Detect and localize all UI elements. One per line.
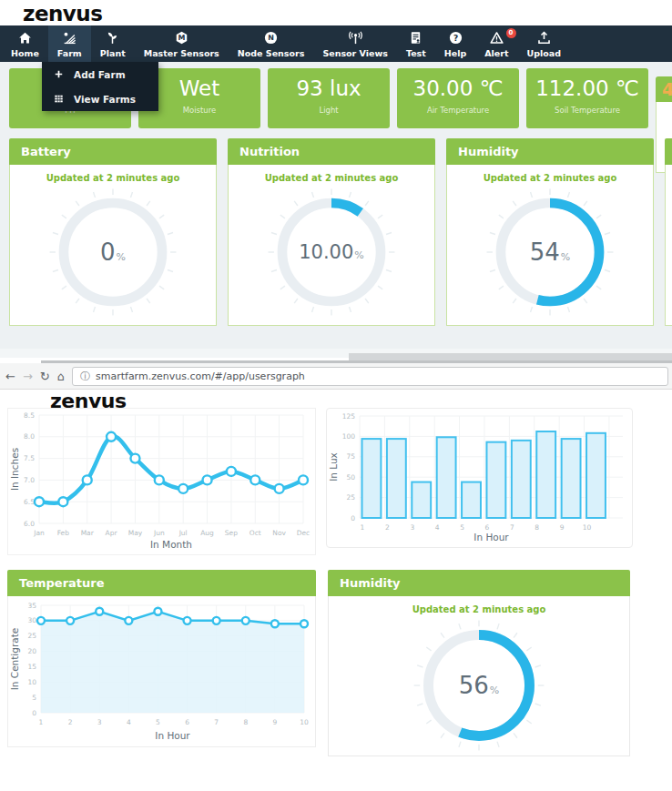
- svg-text:50: 50: [346, 473, 355, 482]
- svg-text:5: 5: [156, 718, 160, 726]
- zenvus-logo-top: zenvus: [23, 2, 102, 25]
- nav-item-label: Upload: [527, 48, 562, 58]
- alert-badge: 0: [506, 28, 516, 38]
- svg-text:9: 9: [560, 523, 565, 532]
- screenshot-root: zenvus HomeFarmPlantMMaster SensorsNNode…: [0, 0, 672, 791]
- svg-text:7: 7: [510, 523, 514, 532]
- partial-stat-header: 4: [656, 76, 672, 102]
- partial-gauge-card: [665, 138, 672, 326]
- menu-item-label: Add Farm: [74, 69, 126, 80]
- svg-text:15: 15: [27, 663, 36, 671]
- svg-text:5: 5: [460, 523, 464, 532]
- browser-home-button[interactable]: ⌂: [57, 370, 65, 382]
- lux-chart-card: 025507510012512345678910In HourIn Lux: [326, 408, 633, 548]
- menu-item-add-farm[interactable]: Add Farm: [42, 62, 158, 86]
- nav-item-home[interactable]: Home: [2, 25, 48, 62]
- nav-item-label: Sensor Views: [322, 48, 388, 58]
- svg-text:20: 20: [27, 647, 36, 655]
- nav-item-alert[interactable]: Alert0: [475, 25, 517, 62]
- stat-label: Soil Temperature: [526, 106, 648, 115]
- sensor-views-icon: [348, 30, 363, 46]
- temperature-card: Temperature 0510152025303512345678910In …: [7, 570, 316, 747]
- nav-item-sensor-views[interactable]: Sensor Views: [313, 25, 397, 62]
- svg-text:56%: 56%: [459, 672, 500, 699]
- svg-text:8: 8: [535, 523, 539, 532]
- nutrition-gauge: 10.00%: [265, 186, 398, 319]
- nav-item-upload[interactable]: Upload: [518, 25, 571, 62]
- humidity-top-updated-text: Updated at 2 minutes ago: [447, 165, 653, 183]
- nav-item-label: Alert: [484, 48, 508, 58]
- svg-text:4: 4: [435, 523, 440, 532]
- svg-text:5: 5: [32, 694, 36, 702]
- humidity-card-top: Humidity Updated at 2 minutes ago 54%: [446, 138, 654, 326]
- svg-text:In Centigrate: In Centigrate: [9, 628, 20, 691]
- battery-card: Battery Updated at 2 minutes ago 0%: [9, 138, 217, 326]
- nav-item-label: Test: [406, 48, 426, 58]
- stat-card-air-temperature: 30.00 ℃Air Temperature: [397, 68, 519, 128]
- stat-card-light: 93 luxLight: [268, 68, 390, 128]
- svg-text:Dec: Dec: [297, 529, 311, 537]
- nutrition-updated-text: Updated at 2 minutes ago: [229, 165, 434, 183]
- partial-gauge-body: [665, 165, 672, 326]
- svg-text:In Inches: In Inches: [9, 448, 20, 491]
- alert-icon: [489, 30, 504, 46]
- svg-text:Feb: Feb: [57, 529, 70, 537]
- svg-text:9: 9: [272, 718, 277, 726]
- browser-refresh-button[interactable]: ↻: [40, 370, 50, 382]
- master-sensors-icon: M: [174, 30, 189, 46]
- nav-item-label: Node Sensors: [238, 48, 305, 58]
- svg-text:Mar: Mar: [81, 529, 95, 537]
- svg-text:25: 25: [346, 493, 355, 502]
- nav-item-test[interactable]: Test: [397, 25, 435, 62]
- browser-back-button[interactable]: ←: [5, 370, 15, 382]
- nav-item-node-sensors[interactable]: NNode Sensors: [229, 25, 314, 62]
- svg-text:7.5: 7.5: [24, 454, 35, 462]
- address-bar[interactable]: ⓘ smartfarm.zenvus.com/#/app/usersgraph: [72, 367, 668, 386]
- svg-text:3: 3: [410, 523, 414, 532]
- svg-text:10: 10: [300, 718, 309, 726]
- svg-text:6: 6: [485, 523, 490, 532]
- nav-item-plant[interactable]: Plant: [91, 25, 135, 62]
- page-info-icon[interactable]: ⓘ: [80, 370, 90, 383]
- svg-text:10: 10: [583, 523, 592, 532]
- svg-text:10: 10: [27, 678, 36, 686]
- svg-text:3: 3: [97, 718, 102, 726]
- svg-text:Oct: Oct: [249, 529, 261, 537]
- svg-text:8.5: 8.5: [24, 411, 35, 420]
- svg-text:0: 0: [32, 709, 36, 717]
- svg-text:In Month: In Month: [150, 539, 192, 550]
- battery-card-title: Battery: [9, 138, 217, 165]
- nav-item-label: Plant: [100, 48, 126, 58]
- farm-dropdown-menu: Add FarmView Farms: [42, 62, 158, 111]
- svg-text:6.5: 6.5: [24, 498, 35, 506]
- svg-text:1: 1: [361, 523, 365, 532]
- svg-text:Jan: Jan: [33, 529, 45, 537]
- farm-icon: [62, 30, 77, 46]
- nav-item-master-sensors[interactable]: MMaster Sensors: [135, 25, 229, 62]
- stat-value: 93 lux: [268, 75, 390, 102]
- battery-gauge: 0%: [46, 186, 179, 319]
- svg-text:0%: 0%: [100, 238, 126, 266]
- svg-text:In Hour: In Hour: [155, 730, 190, 741]
- svg-text:54%: 54%: [530, 238, 571, 266]
- humidity-bottom-gauge: 56%: [411, 617, 547, 754]
- menu-item-view-farms[interactable]: View Farms: [42, 86, 158, 111]
- humidity-card-bottom: Humidity Updated at 2 minutes ago 56%: [328, 570, 630, 756]
- home-icon: [17, 30, 33, 46]
- temperature-card-title: Temperature: [7, 570, 316, 596]
- nutrition-card-title: Nutrition: [228, 138, 435, 165]
- svg-text:Apr: Apr: [106, 529, 118, 537]
- browser-forward-button[interactable]: →: [23, 370, 33, 382]
- svg-text:May: May: [128, 529, 143, 537]
- svg-text:Jun: Jun: [153, 529, 165, 537]
- svg-text:2: 2: [385, 523, 390, 532]
- nav-item-label: Help: [444, 48, 466, 58]
- humidity-top-card-title: Humidity: [446, 138, 654, 165]
- svg-text:Jul: Jul: [178, 529, 188, 537]
- nav-item-farm[interactable]: Farm: [48, 25, 91, 62]
- svg-text:6.0: 6.0: [24, 520, 35, 528]
- nav-item-help[interactable]: ?Help: [435, 25, 475, 62]
- help-icon: ?: [448, 30, 463, 46]
- url-text[interactable]: smartfarm.zenvus.com/#/app/usersgraph: [96, 370, 305, 382]
- stat-label: Light: [268, 106, 390, 115]
